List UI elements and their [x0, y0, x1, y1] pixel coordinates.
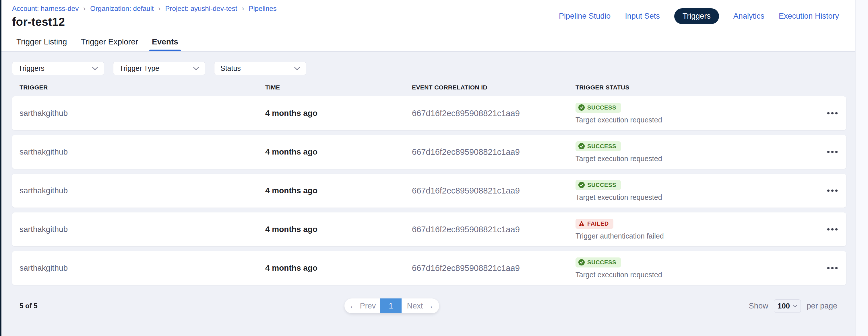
page-size-value: 100	[778, 302, 790, 310]
status-badge-label: FAILED	[587, 221, 609, 227]
event-correlation-id: 667d16f2ec895908821c1aa9	[412, 147, 576, 157]
status-badge: SUCCESS	[576, 180, 621, 190]
check-circle-icon	[578, 104, 585, 111]
status-badge-label: SUCCESS	[587, 143, 616, 150]
pagination-pill: ← Prev 1 Next →	[344, 298, 439, 313]
tab-bar: Trigger Listing Trigger Explorer Events	[0, 32, 868, 52]
trigger-status-cell: SUCCESS Target execution requested	[576, 251, 813, 285]
nav-input-sets[interactable]: Input Sets	[625, 12, 660, 21]
column-header-trigger: TRIGGER	[20, 84, 265, 91]
status-message: Target execution requested	[576, 271, 813, 279]
status-badge: FAILED	[576, 219, 613, 229]
status-badge-label: SUCCESS	[587, 259, 616, 266]
arrow-right-icon: →	[426, 302, 434, 310]
trigger-type-filter-dropdown[interactable]: Trigger Type	[113, 62, 205, 75]
chevron-down-icon	[193, 67, 199, 70]
event-correlation-id: 667d16f2ec895908821c1aa9	[412, 264, 576, 273]
status-badge-label: SUCCESS	[587, 182, 616, 188]
trigger-name: sarthakgithub	[20, 147, 265, 157]
prev-page-button[interactable]: ← Prev	[344, 298, 380, 313]
row-options-menu-button[interactable]	[826, 264, 839, 272]
breadcrumb-account-link[interactable]: Account: harness-dev	[12, 5, 79, 12]
table-row: sarthakgithub 4 months ago 667d16f2ec895…	[12, 212, 846, 246]
status-message: Target execution requested	[576, 116, 813, 124]
next-page-button[interactable]: Next →	[402, 298, 439, 313]
nav-triggers[interactable]: Triggers	[674, 8, 719, 24]
nav-pipeline-studio[interactable]: Pipeline Studio	[559, 12, 611, 21]
check-circle-icon	[578, 259, 585, 266]
event-time: 4 months ago	[265, 264, 412, 273]
column-header-trigger-status: TRIGGER STATUS	[576, 84, 813, 91]
status-message: Target execution requested	[576, 155, 813, 163]
trigger-type-filter-label: Trigger Type	[119, 64, 159, 72]
table-row: sarthakgithub 4 months ago 667d16f2ec895…	[12, 135, 846, 169]
table-row: sarthakgithub 4 months ago 667d16f2ec895…	[12, 96, 846, 130]
arrow-left-icon: ←	[349, 302, 357, 310]
status-badge-label: SUCCESS	[587, 104, 616, 111]
status-badge: SUCCESS	[576, 141, 621, 152]
table-header-row: TRIGGER TIME EVENT CORRELATION ID TRIGGE…	[12, 84, 846, 91]
status-badge: SUCCESS	[576, 258, 621, 267]
column-header-time: TIME	[265, 84, 412, 91]
tab-events[interactable]: Events	[150, 32, 180, 51]
event-time: 4 months ago	[265, 186, 412, 195]
status-filter-label: Status	[220, 64, 241, 72]
breadcrumb-separator: ›	[158, 5, 161, 12]
event-correlation-id: 667d16f2ec895908821c1aa9	[412, 109, 576, 118]
warning-triangle-icon	[578, 221, 585, 227]
event-correlation-id: 667d16f2ec895908821c1aa9	[412, 225, 576, 234]
event-time: 4 months ago	[265, 225, 412, 234]
scrollbar-gutter[interactable]	[856, 0, 868, 336]
chevron-down-icon	[294, 67, 300, 70]
event-time: 4 months ago	[265, 147, 412, 157]
collapsed-sidebar-edge	[0, 0, 1, 336]
status-filter-dropdown[interactable]: Status	[214, 62, 306, 75]
next-label: Next	[407, 302, 423, 310]
filter-bar: Triggers Trigger Type Status	[0, 52, 868, 75]
breadcrumb-organization-link[interactable]: Organization: default	[90, 5, 154, 12]
page-header: Account: harness-dev › Organization: def…	[0, 0, 868, 32]
breadcrumb-separator: ›	[242, 5, 244, 12]
breadcrumb-project-link[interactable]: Project: ayushi-dev-test	[165, 5, 237, 12]
page-size-dropdown[interactable]: 100	[774, 299, 801, 313]
breadcrumb-pipelines-link[interactable]: Pipelines	[249, 5, 276, 12]
triggers-filter-dropdown[interactable]: Triggers	[12, 62, 104, 75]
tab-trigger-listing[interactable]: Trigger Listing	[15, 32, 68, 51]
row-options-menu-button[interactable]	[826, 109, 839, 117]
column-header-event-correlation-id: EVENT CORRELATION ID	[412, 84, 576, 91]
trigger-name: sarthakgithub	[20, 264, 265, 273]
events-content: Triggers Trigger Type Status TRIGGER TIM…	[0, 52, 868, 336]
status-message: Target execution requested	[576, 193, 813, 202]
trigger-name: sarthakgithub	[20, 225, 265, 234]
nav-analytics[interactable]: Analytics	[733, 12, 764, 21]
tab-trigger-explorer[interactable]: Trigger Explorer	[79, 32, 140, 51]
breadcrumb-separator: ›	[83, 5, 86, 12]
row-options-menu-button[interactable]	[826, 187, 839, 195]
status-message: Trigger authentication failed	[576, 232, 813, 240]
show-label: Show	[749, 302, 768, 310]
current-page-button[interactable]: 1	[380, 298, 402, 313]
table-row: sarthakgithub 4 months ago 667d16f2ec895…	[12, 174, 846, 208]
trigger-status-cell: SUCCESS Target execution requested	[576, 96, 813, 130]
check-circle-icon	[578, 182, 585, 188]
table-row: sarthakgithub 4 months ago 667d16f2ec895…	[12, 251, 846, 285]
prev-label: Prev	[360, 302, 376, 310]
trigger-name: sarthakgithub	[20, 109, 265, 118]
trigger-status-cell: FAILED Trigger authentication failed	[576, 212, 813, 246]
items-count: 5 of 5	[20, 302, 38, 310]
page-size-control: Show 100 per page	[749, 298, 837, 313]
per-page-label: per page	[807, 302, 837, 310]
nav-execution-history[interactable]: Execution History	[779, 12, 839, 21]
row-options-menu-button[interactable]	[826, 148, 839, 156]
chevron-down-icon	[92, 67, 98, 70]
row-options-menu-button[interactable]	[826, 225, 839, 233]
event-correlation-id: 667d16f2ec895908821c1aa9	[412, 186, 576, 196]
trigger-status-cell: SUCCESS Target execution requested	[576, 174, 813, 208]
pipeline-nav: Pipeline Studio Input Sets Triggers Anal…	[559, 0, 839, 32]
check-circle-icon	[578, 143, 585, 149]
trigger-name: sarthakgithub	[20, 186, 265, 195]
chevron-down-icon	[793, 304, 797, 307]
events-table: sarthakgithub 4 months ago 667d16f2ec895…	[12, 96, 846, 285]
pagination-bar: 5 of 5 ← Prev 1 Next → Show 100 per page	[0, 298, 868, 313]
event-time: 4 months ago	[265, 109, 412, 118]
